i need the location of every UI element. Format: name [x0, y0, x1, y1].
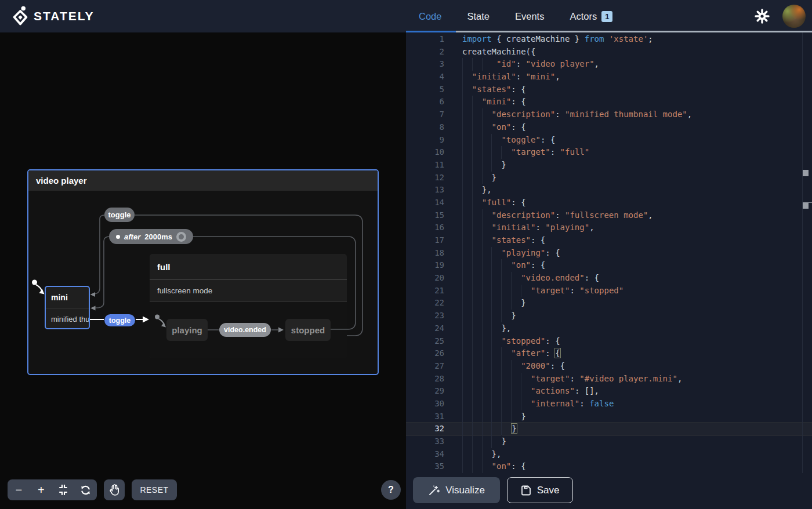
code-line[interactable]: 24 },: [406, 322, 812, 335]
overview-ruler-border: [802, 32, 803, 473]
gear-icon: [754, 8, 770, 24]
code-lines[interactable]: 1import { createMachine } from 'xstate';…: [406, 33, 812, 473]
stately-editor-app: STATELY Code State Events Actors 1: [0, 0, 812, 509]
brand-name: STATELY: [34, 9, 95, 23]
zoom-in-button[interactable]: +: [30, 479, 53, 500]
code-line[interactable]: 30 "internal": false: [406, 398, 812, 410]
event-toggle-selected[interactable]: toggle: [104, 314, 135, 326]
event-video-ended[interactable]: video.ended: [219, 323, 271, 337]
code-line[interactable]: 20 "video.ended": {: [406, 272, 812, 285]
code-line[interactable]: 34 },: [406, 448, 812, 461]
code-line[interactable]: 12 }: [406, 172, 812, 184]
event-toggle-top[interactable]: toggle: [104, 208, 135, 222]
code-line[interactable]: 27 "2000": {: [406, 360, 812, 373]
overview-ruler-wire: [809, 202, 812, 203]
after-dot-icon: [116, 235, 120, 239]
state-mini[interactable]: mini minified thumbnail mode: [45, 286, 90, 329]
actors-count-badge: 1: [601, 11, 612, 22]
event-after-2000ms[interactable]: after 2000ms: [109, 229, 193, 244]
code-line[interactable]: 35 "on": {: [406, 460, 812, 473]
code-line[interactable]: 26 "after": {: [406, 347, 812, 360]
state-mini-title: mini: [46, 287, 89, 308]
zoom-toolbar: − +: [8, 479, 97, 500]
state-full-title: full: [150, 254, 347, 280]
tab-state[interactable]: State: [454, 0, 502, 32]
help-button[interactable]: ?: [381, 480, 401, 500]
code-line[interactable]: 23 }: [406, 310, 812, 322]
code-line[interactable]: 16 "initial": "playing",: [406, 221, 812, 234]
code-line[interactable]: 3 "id": "video player",: [406, 58, 812, 71]
code-line[interactable]: 19 "on": {: [406, 259, 812, 272]
active-tab-indicator: [406, 31, 456, 32]
tab-actors[interactable]: Actors 1: [557, 0, 625, 32]
diagram-canvas[interactable]: video player full fullscreen mode: [0, 32, 406, 509]
tab-code[interactable]: Code: [406, 0, 454, 32]
code-line[interactable]: 8 "on": {: [406, 121, 812, 134]
code-line[interactable]: 33 }: [406, 435, 812, 448]
state-playing[interactable]: playing: [166, 319, 208, 341]
code-line[interactable]: 15 "description": "fullscreen mode",: [406, 209, 812, 222]
code-line[interactable]: 18 "playing": {: [406, 247, 812, 260]
state-stopped[interactable]: stopped: [285, 319, 331, 341]
code-line[interactable]: 29 "actions": [],: [406, 385, 812, 398]
user-avatar[interactable]: [782, 5, 806, 28]
stately-logo-icon: [12, 5, 29, 27]
fit-to-view-icon: [58, 485, 68, 495]
code-editor-panel[interactable]: 1import { createMachine } from 'xstate';…: [406, 32, 812, 509]
state-full-description: fullscreen mode: [150, 280, 347, 301]
magic-wand-icon: [428, 485, 440, 496]
settings-button[interactable]: [754, 8, 770, 24]
machine-title: video player: [28, 170, 378, 191]
pan-tool-button[interactable]: [104, 479, 125, 500]
code-line[interactable]: 4 "initial": "mini",: [406, 71, 812, 83]
tab-bar: Code State Events Actors 1: [406, 0, 625, 32]
state-mini-description: minified thumbnail mode: [46, 308, 89, 329]
overview-ruler-marker[interactable]: [803, 170, 809, 176]
reset-orientation-button[interactable]: [75, 479, 97, 500]
state-full[interactable]: full fullscreen mode: [150, 254, 347, 358]
code-line[interactable]: 31 }: [406, 410, 812, 423]
code-line[interactable]: 28 "target": "#video player.mini",: [406, 373, 812, 386]
code-line[interactable]: 2createMachine({: [406, 46, 812, 59]
code-line[interactable]: 10 "target": "full": [406, 146, 812, 159]
question-mark-icon: ?: [388, 485, 394, 495]
after-ring-icon: [176, 232, 186, 242]
reset-button[interactable]: RESET: [132, 479, 177, 500]
fit-to-view-button[interactable]: [52, 479, 75, 500]
code-line[interactable]: 13 },: [406, 184, 812, 197]
zoom-out-button[interactable]: −: [8, 479, 30, 500]
code-line[interactable]: 22 }: [406, 297, 812, 310]
code-line[interactable]: 17 "states": {: [406, 234, 812, 247]
code-line[interactable]: 6 "mini": {: [406, 96, 812, 108]
top-bar: STATELY Code State Events Actors 1: [0, 0, 812, 32]
sync-icon: [80, 485, 91, 496]
code-line[interactable]: 7 "description": "minified thumbnail mod…: [406, 108, 812, 121]
tab-underline-track: [456, 31, 812, 32]
brand[interactable]: STATELY: [12, 5, 95, 27]
hand-icon: [109, 484, 119, 496]
save-icon: [521, 485, 531, 496]
code-line[interactable]: 21 "target": "stopped": [406, 285, 812, 297]
save-button[interactable]: Save: [507, 477, 573, 503]
code-line[interactable]: 9 "toggle": {: [406, 134, 812, 147]
code-line[interactable]: 11 }: [406, 159, 812, 172]
visualize-button[interactable]: Visualize: [413, 477, 500, 503]
code-line[interactable]: 32 }: [406, 423, 812, 435]
code-line[interactable]: 14 "full": {: [406, 197, 812, 209]
tab-events[interactable]: Events: [502, 0, 557, 32]
code-line[interactable]: 25 "stopped": {: [406, 335, 812, 348]
code-line[interactable]: 5 "states": {: [406, 83, 812, 96]
overview-ruler-marker[interactable]: [803, 202, 809, 209]
code-line[interactable]: 1import { createMachine } from 'xstate';: [406, 33, 812, 46]
